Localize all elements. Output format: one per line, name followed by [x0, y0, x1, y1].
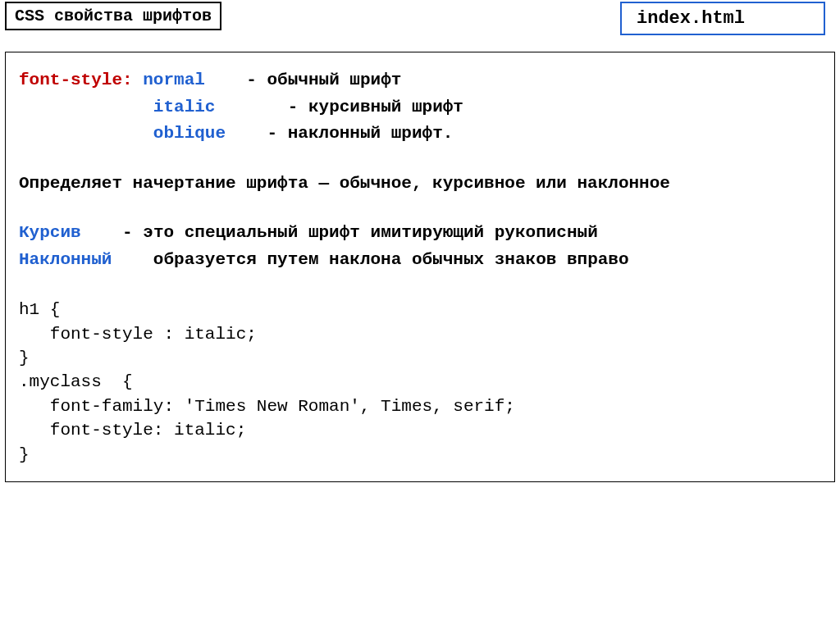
property-definition: font-style: normal - обычный шрифт itali…: [19, 67, 821, 148]
value-description: наклонный шрифт.: [288, 124, 454, 143]
terms-block: Курсив - это специальный шрифт имитирующ…: [19, 220, 821, 273]
term-naklonny: Наклонный: [19, 250, 112, 269]
value-description: курсивный шрифт: [308, 98, 463, 116]
property-name: font-style:: [19, 71, 133, 89]
code-block: h1 { font-style : italic; } .myclass { f…: [19, 298, 821, 467]
dash: -: [267, 124, 288, 143]
code-example: h1 { font-style : italic; } .myclass { f…: [19, 298, 821, 467]
dash: -: [122, 223, 143, 242]
term-kursiv: Курсив: [19, 223, 81, 242]
term-description: это специальный шрифт имитирующий рукопи…: [143, 223, 598, 242]
value-description: обычный шрифт: [267, 71, 402, 89]
term-description: образуется путем наклона обычных знаков …: [153, 250, 629, 269]
page-title: CSS свойства шрифтов: [5, 2, 221, 30]
filename-box: index.html: [620, 2, 825, 35]
property-value-oblique: oblique: [153, 124, 226, 143]
header-row: CSS свойства шрифтов index.html: [5, 2, 835, 35]
content-box: font-style: normal - обычный шрифт itali…: [5, 52, 835, 482]
dash: -: [246, 71, 267, 89]
property-value-italic: italic: [153, 98, 216, 116]
property-value-normal: normal: [143, 71, 205, 89]
dash: -: [288, 98, 308, 116]
description-heading: Определяет начертание шрифта — обычное, …: [19, 171, 821, 198]
